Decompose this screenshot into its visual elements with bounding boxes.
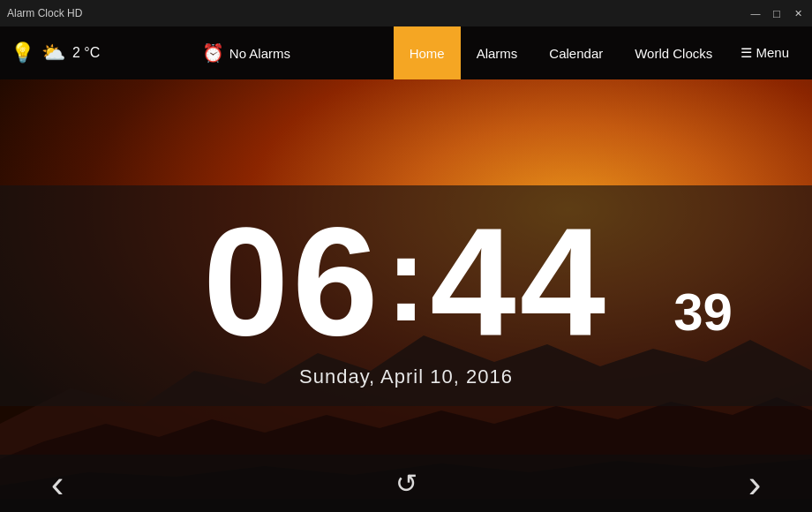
nav-tabs: HomeAlarmsCalendarWorld Clocks☰ Menu — [394, 26, 801, 79]
nav-menu-button[interactable]: ☰ Menu — [728, 26, 801, 79]
clock-panel: 06 : 44 39 Sunday, April 10, 2016 — [0, 79, 812, 512]
navbar: 💡 ⛅ 2 °C ⏰ No Alarms HomeAlarmsCalendarW… — [0, 26, 812, 79]
alarm-section: ⏰ No Alarms — [202, 42, 394, 64]
nav-tab-alarms[interactable]: Alarms — [461, 26, 534, 79]
clock-minutes: 44 — [430, 212, 609, 351]
maximize-button[interactable] — [770, 6, 784, 20]
alarm-icon: ⏰ — [202, 42, 224, 64]
window-controls — [748, 6, 805, 20]
prev-button[interactable]: ‹ — [35, 462, 79, 506]
close-button[interactable] — [791, 6, 805, 20]
window-title: Alarm Clock HD — [7, 7, 82, 19]
clock-band: 06 : 44 39 Sunday, April 10, 2016 — [0, 185, 812, 406]
titlebar: Alarm Clock HD — [0, 0, 812, 26]
temperature-display: 2 °C — [72, 45, 100, 61]
bulb-icon: 💡 — [11, 41, 34, 64]
nav-tab-world-clocks[interactable]: World Clocks — [619, 26, 728, 79]
minimize-button[interactable] — [748, 6, 763, 20]
weather-section: 💡 ⛅ 2 °C — [11, 41, 202, 64]
no-alarms-label: No Alarms — [229, 46, 290, 61]
refresh-button[interactable]: ↺ — [384, 462, 428, 506]
nav-tab-calendar[interactable]: Calendar — [533, 26, 619, 79]
time-display: 06 : 44 39 — [53, 212, 759, 351]
bottom-controls: ‹ ↺ › — [0, 455, 812, 512]
next-button[interactable]: › — [733, 462, 777, 506]
weather-icon: ⛅ — [41, 41, 65, 64]
date-display: Sunday, April 10, 2016 — [299, 365, 513, 388]
clock-hours: 06 — [203, 212, 382, 351]
time-colon: : — [386, 225, 427, 330]
clock-seconds: 39 — [673, 282, 733, 343]
nav-tab-home[interactable]: Home — [394, 26, 461, 79]
